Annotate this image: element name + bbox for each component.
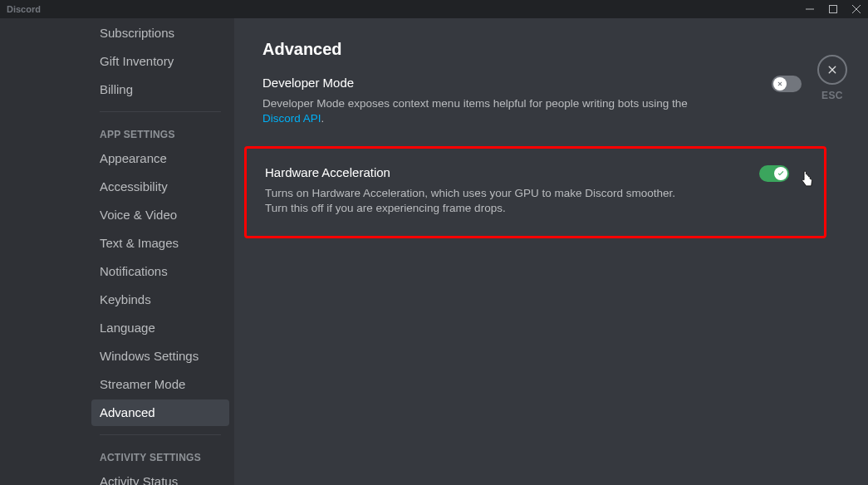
sidebar-item-billing[interactable]: Billing — [91, 76, 229, 103]
sidebar-item-activity-status[interactable]: Activity Status — [91, 468, 229, 485]
hardware-acceleration-title: Hardware Acceleration — [265, 165, 806, 179]
sidebar-divider — [100, 111, 221, 112]
sidebar-item-accessibility[interactable]: Accessibility — [91, 174, 229, 200]
toggle-off-icon — [776, 80, 784, 88]
setting-developer-mode: Developer Mode Developer Mode exposes co… — [262, 76, 818, 126]
settings-content: ESC Advanced Developer Mode Developer Mo… — [234, 18, 868, 485]
sidebar-item-advanced[interactable]: Advanced — [91, 399, 229, 426]
maximize-button[interactable] — [821, 0, 845, 18]
toggle-on-check-icon — [777, 169, 785, 178]
minimize-button[interactable] — [798, 0, 821, 18]
sidebar-item-streamer-mode[interactable]: Streamer Mode — [91, 371, 229, 398]
sidebar-header-activity-settings: ACTIVITY SETTINGS — [91, 437, 229, 467]
window-titlebar: Discord — [0, 0, 868, 18]
discord-api-link[interactable]: Discord API — [262, 112, 321, 125]
sidebar-item-voice-video[interactable]: Voice & Video — [91, 202, 229, 228]
page-title: Advanced — [262, 40, 818, 59]
sidebar-item-gift-inventory[interactable]: Gift Inventory — [91, 48, 229, 75]
dev-mode-desc-suffix: . — [321, 112, 325, 125]
close-settings-button[interactable] — [817, 55, 847, 85]
sidebar-item-appearance[interactable]: Appearance — [91, 145, 229, 172]
close-window-button[interactable] — [845, 0, 868, 18]
hardware-acceleration-description: Turns on Hardware Acceleration, which us… — [265, 186, 697, 216]
sidebar-item-text-images[interactable]: Text & Images — [91, 230, 229, 257]
sidebar-item-language[interactable]: Language — [91, 315, 229, 341]
developer-mode-toggle[interactable] — [772, 76, 802, 92]
sidebar-item-keybinds[interactable]: Keybinds — [91, 287, 229, 313]
close-icon — [826, 63, 839, 76]
window-controls — [798, 0, 868, 18]
settings-sidebar: Subscriptions Gift Inventory Billing APP… — [0, 18, 234, 485]
toggle-knob — [773, 77, 787, 91]
hardware-acceleration-toggle[interactable] — [759, 165, 789, 182]
dev-mode-desc-prefix: Developer Mode exposes context menu item… — [262, 97, 688, 110]
app-name: Discord — [7, 4, 41, 14]
sidebar-item-subscriptions[interactable]: Subscriptions — [91, 20, 229, 47]
sidebar-item-notifications[interactable]: Notifications — [91, 258, 229, 285]
sidebar-header-app-settings: APP SETTINGS — [91, 114, 229, 144]
setting-hardware-acceleration: Hardware Acceleration Turns on Hardware … — [265, 165, 806, 216]
developer-mode-description: Developer Mode exposes context menu item… — [262, 96, 694, 126]
sidebar-divider — [100, 434, 221, 435]
sidebar-item-windows-settings[interactable]: Windows Settings — [91, 343, 229, 370]
svg-rect-1 — [830, 6, 837, 13]
developer-mode-title: Developer Mode — [262, 76, 818, 90]
setting-hardware-acceleration-highlight: Hardware Acceleration Turns on Hardware … — [244, 146, 826, 238]
toggle-knob — [774, 167, 787, 180]
